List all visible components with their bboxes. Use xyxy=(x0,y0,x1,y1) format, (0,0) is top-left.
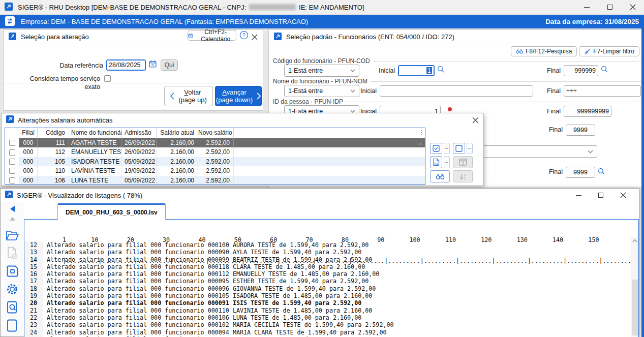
sort-button[interactable]: AZ xyxy=(453,170,473,182)
window-title: Alterações salariais automáticas xyxy=(18,116,112,124)
listing-line: 12Alterado salario para filial 000 funci… xyxy=(24,241,630,249)
search-icon[interactable] xyxy=(437,66,445,75)
listing-tab[interactable]: DEM_000_RHU_603_S_0000.lsv xyxy=(57,203,166,220)
select-all-button[interactable] xyxy=(430,143,442,154)
open-file-icon[interactable] xyxy=(6,229,19,241)
calendar-shortcut-button[interactable]: 31 Ctrl+F2-Calendário xyxy=(188,30,236,41)
row-checkbox-cell xyxy=(5,138,19,147)
binoculars-icon xyxy=(516,48,523,54)
pesquisa-button[interactable]: F8/F12-Pesquisa xyxy=(511,46,577,56)
limpar-filtro-button[interactable]: F7-Limpar filtro xyxy=(579,46,639,56)
column-header[interactable]: Código xyxy=(38,128,69,138)
panel-title: Seleção padrão - Funcionários (ENT: 054/… xyxy=(286,33,454,41)
scroll-up-icon[interactable] xyxy=(631,237,638,244)
export-xls-button[interactable]: XLS xyxy=(430,156,442,168)
swap-company-icon[interactable] xyxy=(5,16,15,27)
listing-line: 23Alterado salario para filial 000 funci… xyxy=(24,321,630,328)
deselect-all-options-button[interactable] xyxy=(467,143,473,154)
checked-box-icon xyxy=(433,145,440,152)
maximize-button[interactable] xyxy=(598,0,621,15)
cell: 26/09/2022 xyxy=(122,138,157,147)
final-input-6[interactable] xyxy=(566,167,595,178)
scroll-up-icon[interactable] xyxy=(418,140,423,147)
column-header[interactable]: Nome do funcionário xyxy=(69,128,122,138)
calendar-icon[interactable]: 31 xyxy=(149,60,157,69)
voltar-button[interactable]: Voltar(page up) xyxy=(164,86,213,106)
minimize-button[interactable] xyxy=(575,0,598,15)
column-options-icon[interactable] xyxy=(421,130,422,135)
document-icon[interactable] xyxy=(7,319,18,332)
id-final-input[interactable] xyxy=(564,106,611,117)
listing-line: 16Alterado salario para filial 000 funci… xyxy=(24,270,630,278)
viewer-window: SIGER® - Visualizador de listagens ( 78%… xyxy=(0,188,639,337)
table-row[interactable]: 000110LAVÍNIA TESTE19/09/20222.160,002.5… xyxy=(5,166,425,175)
vertical-scrollbar[interactable] xyxy=(631,237,638,337)
avancar-button[interactable]: Avançar(page down) xyxy=(215,86,262,106)
cell: 110 xyxy=(38,166,69,175)
save-icon[interactable] xyxy=(6,265,19,278)
row-checkbox[interactable] xyxy=(9,149,15,156)
search-grid-button[interactable] xyxy=(430,170,450,182)
final-label: Final xyxy=(537,85,561,97)
svg-text:?: ? xyxy=(242,33,246,38)
operator-select-codigo[interactable]: 1-Está entre xyxy=(284,65,359,77)
help-icon[interactable]: ? xyxy=(239,30,249,41)
divider xyxy=(4,83,263,83)
column-header[interactable]: Admissão xyxy=(122,128,157,138)
scroll-up-icon[interactable] xyxy=(9,217,16,221)
considera-checkbox[interactable] xyxy=(104,75,111,82)
svg-text:Z: Z xyxy=(464,177,466,180)
panel-logo-icon xyxy=(6,115,14,125)
panel-logo-icon xyxy=(9,33,16,42)
panel-logo-icon xyxy=(5,191,13,200)
cell: 000 xyxy=(19,166,38,175)
table-row[interactable]: 000112EMANUELLY TESTE26/09/20222.160,002… xyxy=(5,147,425,157)
deselect-all-button[interactable] xyxy=(453,143,465,154)
gear-icon[interactable] xyxy=(6,283,19,296)
collapse-sidebar-icon[interactable] xyxy=(10,205,15,212)
close-file-icon xyxy=(6,247,18,260)
operator-select-nome[interactable]: 1-Está entre xyxy=(284,85,359,97)
scrollbar-thumb[interactable] xyxy=(632,280,638,335)
cell: 000 xyxy=(19,157,38,166)
listing-line: 17Alterado salario para filial 000 funci… xyxy=(24,278,630,285)
viewer-lines: 12Alterado salario para filial 000 funci… xyxy=(24,241,630,337)
close-button[interactable] xyxy=(621,0,644,15)
select-all-options-button[interactable] xyxy=(444,143,450,154)
codigo-inicial-input[interactable]: 1 xyxy=(398,65,435,76)
nome-final-input[interactable] xyxy=(564,85,641,97)
cell: 2.160,00 xyxy=(157,147,198,157)
close-icon[interactable] xyxy=(472,117,479,124)
cell: 2.592,00 xyxy=(198,138,234,147)
column-header[interactable]: Filial xyxy=(19,128,38,138)
row-checkbox[interactable] xyxy=(9,159,15,165)
salary-table-rows: 000111AGATHA TESTE26/09/20222.160,002.59… xyxy=(5,138,425,185)
broom-icon xyxy=(584,48,591,55)
nome-inicial-input[interactable] xyxy=(380,85,533,97)
table-row[interactable]: 000111AGATHA TESTE26/09/20222.160,002.59… xyxy=(5,138,425,147)
codigo-final-input[interactable] xyxy=(564,65,598,76)
final-input-4[interactable] xyxy=(566,125,595,136)
table-row[interactable]: 000106LUNA TESTE05/09/20222.160,002.592,… xyxy=(5,176,425,185)
record-indicator-dot xyxy=(448,107,452,111)
table-row[interactable]: 000105ISADORA TESTE05/09/20222.160,002.5… xyxy=(5,157,425,166)
row-checkbox[interactable] xyxy=(9,177,15,183)
preview-document-icon[interactable] xyxy=(7,301,18,314)
cell: 106 xyxy=(38,176,69,185)
row-checkbox[interactable] xyxy=(9,140,15,146)
svg-text:31: 31 xyxy=(151,64,155,67)
close-button[interactable] xyxy=(612,189,634,202)
data-referencia-input[interactable] xyxy=(106,59,146,71)
minimize-button[interactable] xyxy=(567,189,590,202)
close-icon[interactable] xyxy=(252,34,258,40)
column-header[interactable]: Novo salário xyxy=(198,128,234,138)
export-options-button[interactable] xyxy=(444,156,450,168)
cell: ISADORA TESTE xyxy=(69,157,122,166)
maximize-button[interactable] xyxy=(590,189,612,202)
columns-button[interactable] xyxy=(453,156,473,168)
column-header[interactable]: Salário atual xyxy=(157,128,198,138)
row-checkbox[interactable] xyxy=(9,168,15,174)
chevron-down-icon xyxy=(588,150,593,154)
search-icon[interactable] xyxy=(598,168,605,177)
search-icon[interactable] xyxy=(601,66,608,75)
